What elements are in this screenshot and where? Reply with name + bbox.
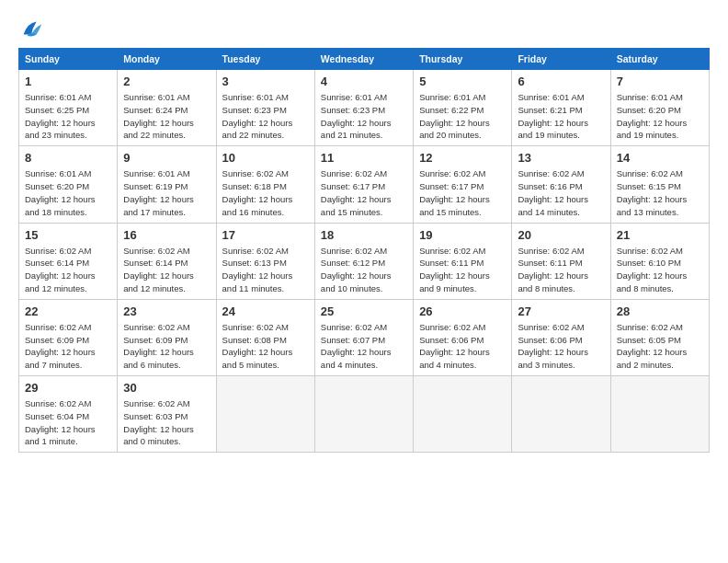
cell-info: Sunrise: 6:02 AM Sunset: 6:14 PM Dayligh… xyxy=(123,245,210,295)
col-header-sunday: Sunday xyxy=(19,49,118,70)
day-number: 22 xyxy=(25,304,111,320)
cell-info: Sunrise: 6:01 AM Sunset: 6:25 PM Dayligh… xyxy=(25,91,111,142)
week-row-4: 22Sunrise: 6:02 AM Sunset: 6:09 PM Dayli… xyxy=(19,299,710,375)
col-header-friday: Friday xyxy=(512,49,610,70)
cell-info: Sunrise: 6:01 AM Sunset: 6:22 PM Dayligh… xyxy=(419,91,506,142)
day-number: 14 xyxy=(617,150,703,167)
calendar-cell: 11Sunrise: 6:02 AM Sunset: 6:17 PM Dayli… xyxy=(314,146,413,223)
cell-info: Sunrise: 6:02 AM Sunset: 6:06 PM Dayligh… xyxy=(419,321,506,372)
cell-info: Sunrise: 6:02 AM Sunset: 6:16 PM Dayligh… xyxy=(518,167,604,218)
cell-info: Sunrise: 6:02 AM Sunset: 6:18 PM Dayligh… xyxy=(222,167,309,218)
calendar-cell: 4Sunrise: 6:01 AM Sunset: 6:23 PM Daylig… xyxy=(314,70,413,146)
day-number: 1 xyxy=(25,74,111,90)
calendar-cell xyxy=(512,376,610,453)
calendar-cell: 2Sunrise: 6:01 AM Sunset: 6:24 PM Daylig… xyxy=(118,70,216,146)
calendar-cell: 7Sunrise: 6:01 AM Sunset: 6:20 PM Daylig… xyxy=(610,70,709,146)
week-row-2: 8Sunrise: 6:01 AM Sunset: 6:20 PM Daylig… xyxy=(19,146,710,223)
calendar-cell: 30Sunrise: 6:02 AM Sunset: 6:03 PM Dayli… xyxy=(118,376,216,453)
cell-info: Sunrise: 6:01 AM Sunset: 6:23 PM Dayligh… xyxy=(222,91,309,142)
day-number: 9 xyxy=(123,150,210,167)
day-number: 5 xyxy=(419,74,506,90)
day-number: 29 xyxy=(25,380,111,396)
cell-info: Sunrise: 6:02 AM Sunset: 6:05 PM Dayligh… xyxy=(617,321,703,372)
day-number: 15 xyxy=(25,227,111,244)
calendar-cell xyxy=(314,376,413,453)
calendar-cell: 24Sunrise: 6:02 AM Sunset: 6:08 PM Dayli… xyxy=(216,299,314,375)
week-row-5: 29Sunrise: 6:02 AM Sunset: 6:04 PM Dayli… xyxy=(19,376,710,453)
logo-icon xyxy=(18,17,44,42)
calendar-cell: 12Sunrise: 6:02 AM Sunset: 6:17 PM Dayli… xyxy=(414,146,512,223)
cell-info: Sunrise: 6:02 AM Sunset: 6:13 PM Dayligh… xyxy=(222,245,309,295)
header-row: SundayMondayTuesdayWednesdayThursdayFrid… xyxy=(19,49,710,70)
cell-info: Sunrise: 6:02 AM Sunset: 6:06 PM Dayligh… xyxy=(518,321,604,372)
cell-info: Sunrise: 6:02 AM Sunset: 6:15 PM Dayligh… xyxy=(617,167,703,218)
calendar-table: SundayMondayTuesdayWednesdayThursdayFrid… xyxy=(18,48,710,453)
day-number: 13 xyxy=(518,150,604,167)
calendar-cell xyxy=(610,376,709,453)
day-number: 3 xyxy=(222,74,309,90)
header xyxy=(18,17,710,42)
day-number: 11 xyxy=(321,150,407,167)
calendar-cell: 22Sunrise: 6:02 AM Sunset: 6:09 PM Dayli… xyxy=(19,299,118,375)
calendar-cell: 8Sunrise: 6:01 AM Sunset: 6:20 PM Daylig… xyxy=(19,146,118,223)
calendar-cell: 1Sunrise: 6:01 AM Sunset: 6:25 PM Daylig… xyxy=(19,70,118,146)
cell-info: Sunrise: 6:02 AM Sunset: 6:07 PM Dayligh… xyxy=(321,321,407,372)
cell-info: Sunrise: 6:01 AM Sunset: 6:23 PM Dayligh… xyxy=(321,91,407,142)
day-number: 27 xyxy=(518,304,604,320)
calendar-cell: 17Sunrise: 6:02 AM Sunset: 6:13 PM Dayli… xyxy=(216,223,314,299)
col-header-monday: Monday xyxy=(118,49,216,70)
day-number: 20 xyxy=(518,227,604,244)
day-number: 30 xyxy=(123,380,210,396)
page: SundayMondayTuesdayWednesdayThursdayFrid… xyxy=(0,0,728,462)
day-number: 21 xyxy=(617,227,703,244)
cell-info: Sunrise: 6:02 AM Sunset: 6:17 PM Dayligh… xyxy=(419,167,506,218)
calendar-cell: 21Sunrise: 6:02 AM Sunset: 6:10 PM Dayli… xyxy=(610,223,709,299)
cell-info: Sunrise: 6:02 AM Sunset: 6:14 PM Dayligh… xyxy=(25,245,111,295)
cell-info: Sunrise: 6:02 AM Sunset: 6:03 PM Dayligh… xyxy=(123,397,210,448)
cell-info: Sunrise: 6:02 AM Sunset: 6:09 PM Dayligh… xyxy=(25,321,111,372)
calendar-cell: 27Sunrise: 6:02 AM Sunset: 6:06 PM Dayli… xyxy=(512,299,610,375)
week-row-1: 1Sunrise: 6:01 AM Sunset: 6:25 PM Daylig… xyxy=(19,70,710,146)
calendar-cell: 20Sunrise: 6:02 AM Sunset: 6:11 PM Dayli… xyxy=(512,223,610,299)
col-header-tuesday: Tuesday xyxy=(216,49,314,70)
cell-info: Sunrise: 6:02 AM Sunset: 6:04 PM Dayligh… xyxy=(25,397,111,448)
calendar-cell: 15Sunrise: 6:02 AM Sunset: 6:14 PM Dayli… xyxy=(19,223,118,299)
cell-info: Sunrise: 6:01 AM Sunset: 6:20 PM Dayligh… xyxy=(617,91,703,142)
day-number: 16 xyxy=(123,227,210,244)
calendar-cell: 26Sunrise: 6:02 AM Sunset: 6:06 PM Dayli… xyxy=(414,299,512,375)
day-number: 7 xyxy=(617,74,703,90)
logo xyxy=(18,17,48,42)
calendar-cell: 14Sunrise: 6:02 AM Sunset: 6:15 PM Dayli… xyxy=(610,146,709,223)
day-number: 2 xyxy=(123,74,210,90)
calendar-cell: 25Sunrise: 6:02 AM Sunset: 6:07 PM Dayli… xyxy=(314,299,413,375)
calendar-cell: 23Sunrise: 6:02 AM Sunset: 6:09 PM Dayli… xyxy=(118,299,216,375)
cell-info: Sunrise: 6:01 AM Sunset: 6:21 PM Dayligh… xyxy=(518,91,604,142)
calendar-cell: 3Sunrise: 6:01 AM Sunset: 6:23 PM Daylig… xyxy=(216,70,314,146)
day-number: 18 xyxy=(321,227,407,244)
day-number: 6 xyxy=(518,74,604,90)
day-number: 24 xyxy=(222,304,309,320)
day-number: 17 xyxy=(222,227,309,244)
cell-info: Sunrise: 6:02 AM Sunset: 6:11 PM Dayligh… xyxy=(518,245,604,295)
day-number: 28 xyxy=(617,304,703,320)
cell-info: Sunrise: 6:01 AM Sunset: 6:20 PM Dayligh… xyxy=(25,167,111,218)
calendar-cell xyxy=(414,376,512,453)
day-number: 4 xyxy=(321,74,407,90)
day-number: 8 xyxy=(25,150,111,167)
cell-info: Sunrise: 6:01 AM Sunset: 6:24 PM Dayligh… xyxy=(123,91,210,142)
day-number: 26 xyxy=(419,304,506,320)
calendar-cell: 10Sunrise: 6:02 AM Sunset: 6:18 PM Dayli… xyxy=(216,146,314,223)
calendar-cell: 19Sunrise: 6:02 AM Sunset: 6:11 PM Dayli… xyxy=(414,223,512,299)
calendar-cell: 16Sunrise: 6:02 AM Sunset: 6:14 PM Dayli… xyxy=(118,223,216,299)
cell-info: Sunrise: 6:02 AM Sunset: 6:09 PM Dayligh… xyxy=(123,321,210,372)
col-header-thursday: Thursday xyxy=(414,49,512,70)
day-number: 23 xyxy=(123,304,210,320)
calendar-cell: 13Sunrise: 6:02 AM Sunset: 6:16 PM Dayli… xyxy=(512,146,610,223)
cell-info: Sunrise: 6:02 AM Sunset: 6:17 PM Dayligh… xyxy=(321,167,407,218)
cell-info: Sunrise: 6:01 AM Sunset: 6:19 PM Dayligh… xyxy=(123,167,210,218)
calendar-cell xyxy=(216,376,314,453)
day-number: 25 xyxy=(321,304,407,320)
cell-info: Sunrise: 6:02 AM Sunset: 6:12 PM Dayligh… xyxy=(321,245,407,295)
col-header-wednesday: Wednesday xyxy=(314,49,413,70)
col-header-saturday: Saturday xyxy=(610,49,709,70)
